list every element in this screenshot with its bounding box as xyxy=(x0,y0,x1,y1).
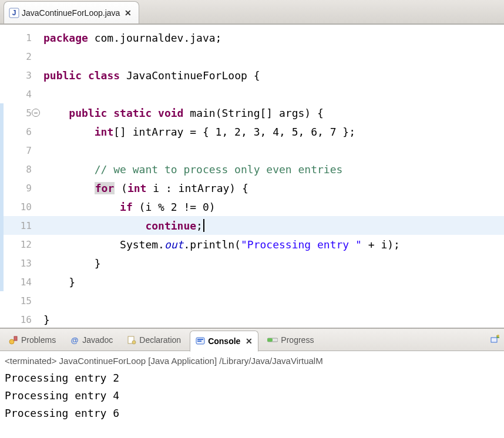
console-output-line: Processing entry 6 xyxy=(5,405,499,422)
tab-javadoc[interactable]: @ Javadoc xyxy=(65,331,118,349)
svg-text:@: @ xyxy=(71,336,79,345)
console-output-line: Processing entry 4 xyxy=(5,387,499,405)
close-icon[interactable]: ✕ xyxy=(246,336,253,346)
java-file-icon: J xyxy=(9,8,19,18)
tab-label: Javadoc xyxy=(82,335,113,345)
console-output-line: Processing entry 2 xyxy=(5,369,499,387)
progress-icon xyxy=(267,336,278,344)
tab-label: Declaration xyxy=(139,335,181,345)
console-icon xyxy=(196,336,205,346)
bottom-view-tabbar: Problems @ Javadoc Declaration Conso xyxy=(0,328,504,351)
svg-point-6 xyxy=(132,341,136,344)
editor-tabbar: J JavaContinueForLoop.java ✕ xyxy=(0,0,504,25)
console-process-header: <terminated> JavaContinueForLoop [Java A… xyxy=(5,355,499,369)
tab-problems[interactable]: Problems xyxy=(4,331,61,349)
svg-point-13 xyxy=(497,335,499,337)
line-number-gutter: 1 2 3 4 5 − 6 7 8 9 10 11 12 13 14 15 16 xyxy=(0,25,38,328)
svg-rect-12 xyxy=(491,338,497,342)
tab-declaration[interactable]: Declaration xyxy=(122,331,186,349)
console-view[interactable]: <terminated> JavaContinueForLoop [Java A… xyxy=(0,351,504,426)
close-icon[interactable]: ✕ xyxy=(125,8,132,18)
declaration-icon xyxy=(127,335,136,345)
tab-progress[interactable]: Progress xyxy=(262,331,319,349)
tab-label: Progress xyxy=(281,335,314,345)
javadoc-icon: @ xyxy=(70,335,79,345)
svg-rect-11 xyxy=(267,338,273,342)
tab-console[interactable]: Console ✕ xyxy=(190,331,258,352)
editor-tab-active[interactable]: J JavaContinueForLoop.java ✕ xyxy=(4,1,139,23)
editor-tab-label: JavaContinueForLoop.java xyxy=(22,8,120,18)
code-editor[interactable]: 1 2 3 4 5 − 6 7 8 9 10 11 12 13 14 15 16… xyxy=(0,25,504,328)
svg-point-2 xyxy=(9,339,14,344)
svg-rect-8 xyxy=(197,339,203,340)
svg-text:J: J xyxy=(12,9,16,17)
text-caret xyxy=(203,219,204,232)
svg-rect-3 xyxy=(14,336,17,341)
pin-console-icon[interactable] xyxy=(490,333,500,346)
svg-rect-9 xyxy=(197,341,201,342)
tab-label: Problems xyxy=(21,335,56,345)
tab-label: Console xyxy=(208,336,240,346)
code-content[interactable]: package com.journaldev.java; public clas… xyxy=(38,25,504,328)
problems-icon xyxy=(9,335,18,345)
